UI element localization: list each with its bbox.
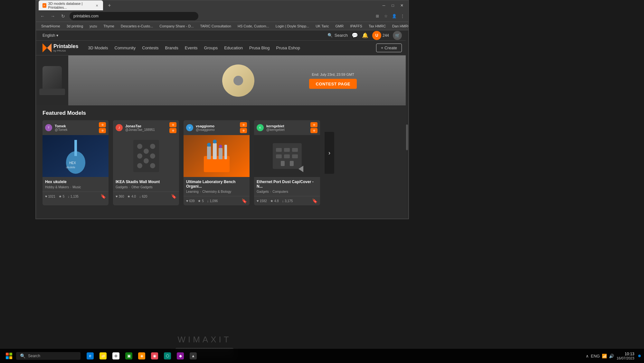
browser-scrollbar[interactable]	[406, 30, 408, 219]
taskbar-app-edge[interactable]: e	[84, 350, 96, 362]
profile-icon[interactable]: 👤	[391, 13, 397, 19]
bookmark-gmr[interactable]: GMR	[333, 24, 346, 29]
nav-prusaeshop[interactable]: Prusa Eshop	[276, 45, 300, 50]
taskbar-apps: e 📁 ⊕ ▣ ◈ ◉ ⬡ ◆ ▲	[84, 350, 199, 362]
heart-icon-0: ♥	[45, 194, 47, 198]
bookmark-login[interactable]: Login | Doyle Shipp...	[273, 24, 312, 29]
bookmark-taxhmrc[interactable]: Tax HMRC	[366, 24, 388, 29]
browser-tab[interactable]: P 3D models database | Printables... ✕	[39, 0, 103, 11]
card-username-3: kerngebiet	[266, 124, 308, 128]
taskbar-app-chrome[interactable]: ⊕	[110, 350, 122, 362]
model-card-3[interactable]: K kerngebiet @kerngebiet ⚙ ⚙	[254, 120, 320, 205]
notification-dot[interactable]	[638, 355, 641, 357]
nav-prusablog[interactable]: Prusa Blog	[249, 45, 270, 50]
nav-contests[interactable]: Contests	[142, 45, 158, 50]
svg-rect-24	[292, 148, 298, 152]
more-menu-icon[interactable]: ⋮	[399, 13, 406, 19]
badge-top-3: ⚙	[310, 122, 317, 127]
model-card-2[interactable]: V vsaggiomo @vsaggiomo ⚙ ⚙	[184, 120, 250, 205]
language-selector[interactable]: English ▾	[43, 33, 58, 38]
url-bar[interactable]: printables.com	[70, 12, 198, 20]
user-avatar[interactable]: U	[372, 31, 381, 40]
browser-icons: ⊞ ☆ 👤 ⋮	[374, 13, 406, 19]
bookmark-danhmrc[interactable]: Dan HMRC	[390, 24, 408, 29]
star-icon-1: ★	[127, 194, 130, 199]
badge-bot-2: ⚙	[240, 128, 247, 133]
new-tab-button[interactable]: +	[106, 2, 113, 9]
scroll-thumb[interactable]	[406, 124, 408, 150]
svg-rect-27	[292, 154, 298, 158]
taskbar-app-3[interactable]: ◉	[149, 350, 160, 362]
keyboard-icon[interactable]: ENG	[591, 354, 600, 358]
card-avatar-2: V	[186, 124, 193, 131]
star-icon-2: ★	[198, 199, 201, 203]
clock-time: 10:13	[617, 352, 634, 356]
search-bar[interactable]: 🔍 Search	[327, 33, 348, 38]
bookmark-btn-2[interactable]: 🔖	[242, 198, 247, 203]
bookmark-thyme[interactable]: Thyme	[101, 24, 117, 29]
model-card-1[interactable]: J JonasTae @JonasTae_188951 ⚙ ⚙	[113, 120, 179, 205]
bookmark-btn-0[interactable]: 🔖	[100, 194, 106, 199]
svg-rect-25	[276, 154, 282, 158]
model-card-0[interactable]: T Tomek @Tomek ⚙ ⚙	[43, 120, 109, 205]
topbar-icons: 🔍 Search 💬 🔔 U 244 🛒	[327, 31, 402, 40]
next-arrow[interactable]: ›	[325, 132, 334, 174]
taskbar-app-6[interactable]: ▲	[187, 350, 199, 362]
bookmark-btn-1[interactable]: 🔖	[171, 194, 176, 199]
taskbar-app-explorer[interactable]: 📁	[97, 350, 109, 362]
bookmark-ipaffs[interactable]: IPAFFS	[347, 24, 365, 29]
contest-end-text: End: July 23rd, 23:59 GMT	[309, 72, 357, 76]
wifi-icon[interactable]: 📶	[602, 354, 607, 358]
chat-icon[interactable]: 💬	[352, 32, 358, 38]
bookmark-yuzu[interactable]: yuzu	[87, 24, 99, 29]
clock-area[interactable]: 10:13 16/07/2023	[617, 352, 634, 360]
card-badges-0: ⚙ ⚙	[99, 122, 106, 133]
taskbar-app-4[interactable]: ⬡	[162, 350, 173, 362]
bell-icon[interactable]: 🔔	[362, 32, 368, 38]
bookmark-icon[interactable]: ☆	[383, 13, 389, 19]
taskbar-search[interactable]: 🔍 Search	[16, 352, 80, 360]
volume-icon[interactable]: 🔊	[609, 354, 614, 358]
bookmark-hscode[interactable]: HS Code, Custom...	[235, 24, 272, 29]
nav-3dmodels[interactable]: 3D Models	[88, 45, 108, 50]
bookmark-descartes[interactable]: Descartes e-Custo...	[118, 24, 156, 29]
likes-0: ♥ 1021	[45, 194, 55, 198]
close-button[interactable]: ✕	[398, 2, 406, 9]
nav-groups[interactable]: Groups	[204, 45, 218, 50]
refresh-button[interactable]: ↻	[59, 12, 67, 20]
create-button[interactable]: + Create	[376, 44, 402, 52]
user-avatar-2[interactable]: 🛒	[393, 31, 402, 40]
bookmark-btn-3[interactable]: 🔖	[312, 198, 317, 203]
taskbar-app-5[interactable]: ◆	[175, 350, 186, 362]
card-title-2: Ultimate Laboratory Bench Organi...	[184, 177, 250, 190]
contest-page-button[interactable]: CONTEST PAGE	[309, 79, 357, 89]
nav-brands[interactable]: Brands	[165, 45, 178, 50]
minimize-button[interactable]: ─	[380, 2, 388, 9]
nav-community[interactable]: Community	[115, 45, 136, 50]
language-text: English	[43, 33, 55, 38]
tray-up-icon[interactable]: ∧	[586, 354, 589, 358]
app-green-icon: ▣	[125, 352, 132, 359]
back-button[interactable]: ←	[39, 12, 46, 20]
browser-frame: P 3D models database | Printables... ✕ +…	[36, 1, 408, 219]
likes-1: ♥ 360	[116, 194, 124, 198]
forward-button[interactable]: →	[49, 12, 57, 20]
tab-close-button[interactable]: ✕	[95, 3, 99, 8]
heart-icon-1: ♥	[116, 194, 118, 198]
nav-education[interactable]: Education	[224, 45, 243, 50]
bookmark-3dprinting[interactable]: 3d printing	[64, 24, 86, 29]
extensions-icon[interactable]: ⊞	[374, 13, 381, 19]
bookmark-company[interactable]: Company Share - D...	[157, 24, 196, 29]
card-user-info-2: vsaggiomo @vsaggiomo	[196, 124, 237, 132]
bookmark-uktaric[interactable]: UK Taric	[313, 24, 331, 29]
bookmark-taric[interactable]: TARIC Consultation	[198, 24, 234, 29]
nav-events[interactable]: Events	[185, 45, 198, 50]
maximize-button[interactable]: □	[389, 2, 397, 9]
taskbar-app-1[interactable]: ▣	[123, 350, 135, 362]
bookmark-smarthome[interactable]: SmartHome	[39, 24, 63, 29]
card-user-bar-2: V vsaggiomo @vsaggiomo ⚙ ⚙	[184, 120, 250, 135]
start-button[interactable]	[3, 350, 15, 362]
site-logo[interactable]: Printables by PRUSA	[43, 44, 78, 53]
card-username-2: vsaggiomo	[196, 124, 237, 128]
taskbar-app-2[interactable]: ◈	[136, 350, 147, 362]
